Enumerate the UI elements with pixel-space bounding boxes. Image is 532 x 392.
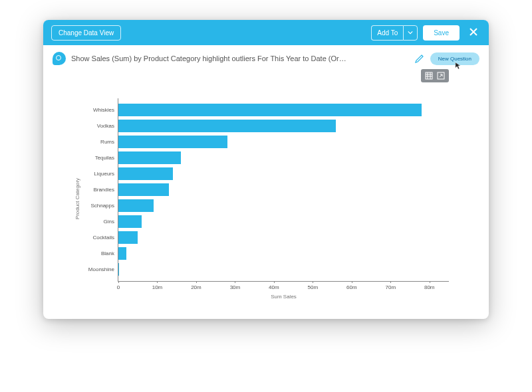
bar[interactable] [118, 167, 173, 180]
add-to-group: Add To [371, 25, 418, 41]
table-view-button[interactable] [425, 72, 433, 80]
bar[interactable] [118, 104, 422, 116]
table-icon [425, 72, 433, 80]
bar-row: Gins [118, 215, 449, 228]
close-icon [469, 27, 478, 37]
category-label: Tequilas [72, 155, 118, 161]
export-icon [437, 72, 445, 80]
chevron-down-icon [408, 30, 413, 35]
change-data-view-button[interactable]: Change Data View [51, 25, 121, 41]
x-tick-label: 70m [386, 284, 396, 290]
add-to-button[interactable]: Add To [371, 25, 403, 41]
category-label: Cocktails [72, 235, 118, 241]
query-row: Show Sales (Sum) by Product Category hig… [43, 45, 489, 69]
edit-query-button[interactable] [414, 53, 425, 64]
bar[interactable] [118, 151, 181, 164]
category-label: Schnapps [72, 203, 118, 209]
bar[interactable] [118, 247, 126, 260]
bar-row: Brandies [118, 183, 449, 196]
bar[interactable] [118, 263, 119, 276]
bar-row: Schnapps [118, 199, 449, 212]
chart-area: Product Category Sum Sales WhiskiesVodka… [43, 85, 489, 319]
x-tick-label: 40m [269, 284, 279, 290]
bar-row: Liqueurs [118, 167, 449, 180]
bar[interactable] [118, 120, 336, 132]
chart-toolbar-row [43, 69, 489, 85]
bar-row: Tequilas [118, 151, 449, 164]
bar[interactable] [118, 231, 138, 244]
analysis-panel: Change Data View Add To Save Show Sales … [43, 20, 489, 319]
bar[interactable] [118, 215, 142, 228]
category-label: Gins [72, 219, 118, 225]
x-tick-label: 30m [230, 284, 241, 290]
category-label: Brandies [72, 187, 118, 193]
bar[interactable] [118, 183, 169, 196]
category-label: Rums [72, 139, 118, 145]
new-question-button[interactable]: New Question [430, 52, 479, 65]
pencil-icon [414, 53, 425, 64]
bar-row: Whiskies [118, 104, 449, 116]
chart-plot[interactable]: Sum Sales WhiskiesVodkasRumsTequilasLiqu… [118, 98, 449, 282]
chart-mini-toolbar [421, 69, 449, 82]
cursor-icon [455, 62, 462, 70]
x-tick-label: 80m [424, 284, 435, 290]
bar-row: Moonshine [118, 263, 449, 276]
bar-row: Rums [118, 136, 449, 148]
new-question-label: New Question [438, 56, 471, 62]
category-label: Liqueurs [72, 171, 118, 177]
bar[interactable] [118, 136, 227, 148]
category-label: Blank [72, 250, 118, 256]
svg-rect-0 [426, 72, 432, 79]
add-to-dropdown-button[interactable] [403, 25, 418, 41]
bar-row: Vodkas [118, 120, 449, 132]
x-tick-label: 20m [191, 284, 201, 290]
y-axis-label: Product Category [74, 178, 80, 219]
close-button[interactable] [466, 27, 481, 39]
save-button[interactable]: Save [423, 25, 460, 41]
x-tick-label: 0 [117, 284, 120, 290]
bar-row: Cocktails [118, 231, 449, 244]
category-label: Vodkas [72, 123, 118, 129]
bar[interactable] [118, 199, 154, 212]
x-tick-label: 60m [346, 284, 357, 290]
export-button[interactable] [437, 72, 445, 80]
x-tick-label: 10m [152, 284, 163, 290]
category-label: Moonshine [72, 266, 118, 272]
bar-row: Blank [118, 247, 449, 260]
category-label: Whiskies [72, 107, 118, 113]
topbar: Change Data View Add To Save [43, 20, 489, 45]
insight-icon [53, 52, 66, 65]
query-text: Show Sales (Sum) by Product Category hig… [71, 54, 409, 62]
x-axis-label: Sum Sales [271, 294, 297, 300]
x-tick-label: 50m [308, 284, 319, 290]
